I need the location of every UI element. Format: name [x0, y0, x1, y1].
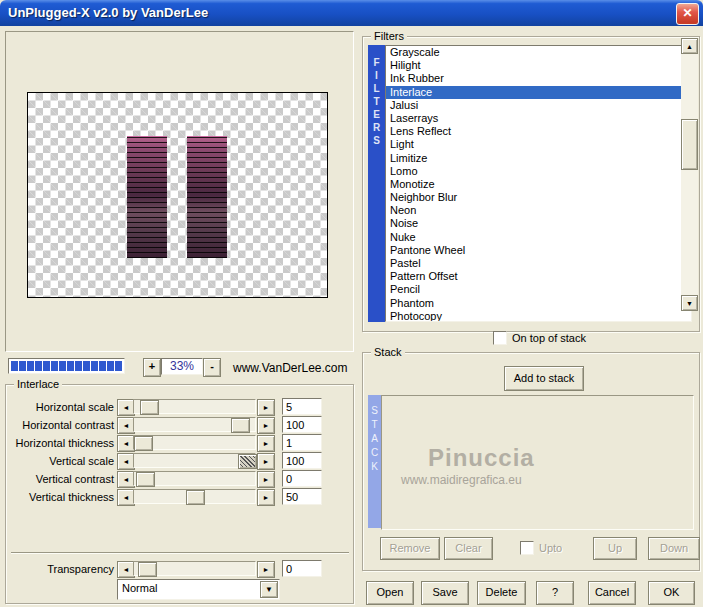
down-button[interactable]: Down: [648, 537, 700, 560]
filter-item[interactable]: Pencil: [386, 283, 691, 296]
slider-value-input[interactable]: [282, 452, 322, 469]
upto-row: Upto: [520, 541, 562, 555]
slider-value-input[interactable]: [282, 488, 322, 505]
clear-button[interactable]: Clear: [444, 537, 493, 560]
scroll-up-button[interactable]: ▲: [681, 38, 698, 54]
save-button[interactable]: Save: [421, 581, 469, 605]
slider-label: Vertical scale: [8, 455, 114, 467]
slider-right-arrow-button[interactable]: ►: [257, 399, 275, 416]
stack-groupbox-label: Stack: [371, 346, 405, 358]
slider-track[interactable]: [133, 489, 256, 504]
on-top-of-stack-checkbox[interactable]: [493, 331, 507, 345]
filter-item[interactable]: Neighbor Blur: [386, 191, 691, 204]
progress-segment: [67, 361, 74, 371]
delete-button[interactable]: Delete: [477, 581, 526, 605]
filter-item[interactable]: Lens Reflect: [386, 125, 691, 138]
filter-item[interactable]: Laserrays: [386, 112, 691, 125]
on-top-of-stack-label: On top of stack: [512, 332, 586, 344]
slider-value-input[interactable]: [282, 470, 322, 487]
remove-button[interactable]: Remove: [380, 537, 440, 560]
filter-items: GrayscaleHilightInk RubberInterlaceJalus…: [386, 46, 691, 322]
chevron-down-icon: ▼: [265, 585, 273, 594]
filter-item[interactable]: Monotize: [386, 178, 691, 191]
progress-segment: [19, 361, 26, 371]
filter-item[interactable]: Nuke: [386, 231, 691, 244]
slider-right-arrow-button[interactable]: ►: [257, 435, 275, 452]
unplugged-x-dialog: UnPlugged-X v2.0 by VanDerLee ✕ + 33% - …: [0, 0, 703, 607]
slider-track[interactable]: [133, 399, 256, 414]
filter-item[interactable]: Light: [386, 138, 691, 151]
slider-track[interactable]: [133, 471, 256, 486]
blend-mode-dropdown[interactable]: Normal ▼: [117, 579, 280, 600]
transparency-thumb[interactable]: [138, 562, 157, 577]
filter-item[interactable]: Hilight: [386, 59, 691, 72]
slider-thumb[interactable]: [231, 418, 250, 433]
filter-item[interactable]: Ink Rubber: [386, 72, 691, 85]
slider-right-arrow-button[interactable]: ►: [257, 453, 275, 470]
slider-value-input[interactable]: [282, 398, 322, 415]
filter-item[interactable]: Pattern Offset: [386, 270, 691, 283]
filter-item[interactable]: Grayscale: [386, 46, 691, 59]
filter-item[interactable]: Neon: [386, 204, 691, 217]
interlace-groupbox-label: Interlace: [14, 378, 62, 390]
slider-right-arrow-button[interactable]: ►: [257, 417, 275, 434]
cancel-button[interactable]: Cancel: [588, 581, 636, 605]
slider-thumb[interactable]: [134, 436, 153, 451]
filter-item[interactable]: Limitize: [386, 152, 691, 165]
transparency-value-input[interactable]: [282, 560, 322, 577]
filter-list[interactable]: GrayscaleHilightInk RubberInterlaceJalus…: [385, 45, 692, 322]
slider-right-arrow-button[interactable]: ►: [257, 471, 275, 488]
left-arrow-icon: ◄: [123, 494, 130, 501]
filter-item[interactable]: Interlace: [386, 86, 691, 99]
slider-thumb[interactable]: [238, 454, 257, 469]
filter-item[interactable]: Photocopy: [386, 310, 691, 322]
scroll-down-button[interactable]: ▼: [681, 295, 698, 311]
preview-panel[interactable]: [5, 31, 354, 352]
left-arrow-icon: ◄: [123, 440, 130, 447]
filter-item[interactable]: Phantom: [386, 297, 691, 310]
filter-item[interactable]: Pastel: [386, 257, 691, 270]
on-top-of-stack-row: On top of stack: [493, 331, 586, 345]
filter-item[interactable]: Lomo: [386, 165, 691, 178]
upto-label: Upto: [539, 542, 562, 554]
title-bar[interactable]: UnPlugged-X v2.0 by VanDerLee ✕: [0, 0, 703, 26]
separator-line: [11, 552, 349, 554]
progress-segment: [115, 361, 122, 371]
slider-label: Vertical contrast: [8, 473, 114, 485]
transparency-right-arrow-button[interactable]: ►: [257, 561, 275, 578]
slider-track[interactable]: [133, 435, 256, 450]
filter-item[interactable]: Pantone Wheel: [386, 244, 691, 257]
add-to-stack-button[interactable]: Add to stack: [504, 366, 584, 391]
slider-thumb[interactable]: [136, 472, 155, 487]
filter-item[interactable]: Noise: [386, 217, 691, 230]
slider-row: Horizontal scale ◄ ►: [6, 399, 353, 416]
open-button[interactable]: Open: [366, 581, 414, 605]
interlace-groupbox: Interlace Horizontal scale ◄ ► Horizonta…: [5, 384, 354, 604]
scroll-up-icon: ▲: [686, 43, 693, 50]
transparency-track[interactable]: [133, 561, 256, 576]
filter-item[interactable]: Jalusi: [386, 99, 691, 112]
dropdown-arrow-button[interactable]: ▼: [260, 581, 278, 598]
close-button[interactable]: ✕: [676, 3, 699, 25]
right-arrow-icon: ►: [263, 440, 270, 447]
zoom-out-button[interactable]: -: [203, 358, 221, 377]
scrollbar-thumb[interactable]: [681, 119, 698, 170]
filter-list-scrollbar[interactable]: ▲ ▼: [681, 38, 698, 311]
vendor-website-label: www.VanDerLee.com: [233, 361, 348, 375]
help-button[interactable]: ?: [536, 581, 574, 605]
slider-thumb[interactable]: [140, 400, 159, 415]
slider-track[interactable]: [133, 417, 256, 432]
slider-value-input[interactable]: [282, 416, 322, 433]
stack-list-area[interactable]: Pinuccia www.maidiregrafica.eu: [381, 395, 694, 530]
zoom-in-button[interactable]: +: [143, 358, 161, 377]
slider-row: Vertical scale ◄ ►: [6, 453, 353, 470]
upto-checkbox[interactable]: [520, 541, 534, 555]
slider-value-input[interactable]: [282, 434, 322, 451]
progress-segment: [91, 361, 98, 371]
slider-right-arrow-button[interactable]: ►: [257, 489, 275, 506]
slider-thumb[interactable]: [186, 490, 205, 505]
up-button[interactable]: Up: [593, 537, 637, 560]
stack-groupbox: Stack Add to stack S T A C K Pinuccia ww…: [362, 352, 700, 571]
ok-button[interactable]: OK: [648, 581, 695, 605]
slider-track[interactable]: [133, 453, 256, 468]
